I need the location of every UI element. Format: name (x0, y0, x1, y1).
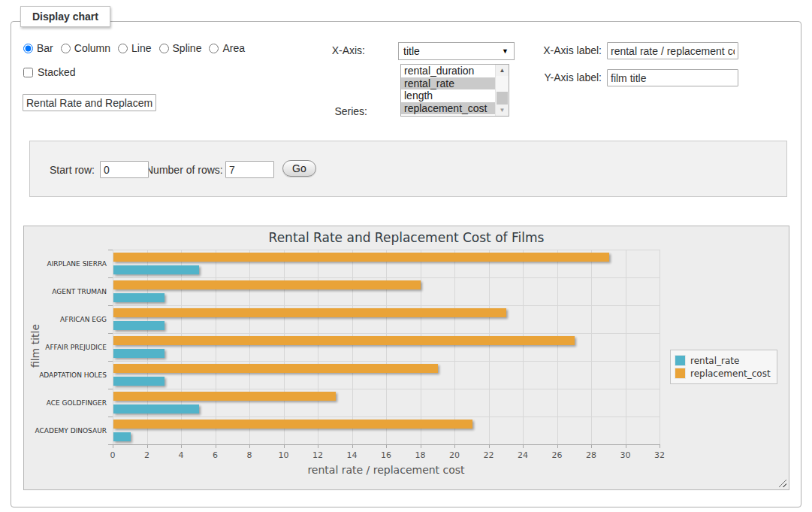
y-tick (108, 361, 113, 362)
num-rows-input[interactable] (225, 161, 274, 178)
start-row-label: Start row: (50, 164, 95, 176)
x-axis-line (113, 444, 660, 445)
grid-line-v (352, 250, 353, 444)
scroll-up-icon[interactable]: ▲ (496, 65, 509, 76)
radio-option-bar: Bar (23, 42, 53, 54)
series-option-rental_duration[interactable]: rental_duration (401, 65, 496, 77)
bar-replacement_cost (113, 364, 438, 373)
grid-line-h (113, 305, 660, 306)
grid-line-h (113, 361, 660, 362)
y-axis-label-input[interactable] (607, 69, 738, 86)
bar-replacement_cost (113, 253, 609, 262)
grid-line-v (284, 250, 285, 444)
grid-line-v (454, 250, 455, 444)
y-tick (108, 305, 113, 306)
series-listbox[interactable]: rental_durationrental_ratelengthreplacem… (400, 64, 509, 117)
category-label: AIRPLANE SIERRA (17, 260, 107, 268)
bar-rental_rate (113, 321, 165, 330)
start-row-input[interactable] (100, 161, 149, 178)
series-option-replacement_cost[interactable]: replacement_cost (401, 102, 496, 115)
chart-title-input[interactable] (23, 94, 156, 111)
chart-container: Rental Rate and Replacement Cost of Film… (23, 226, 789, 490)
num-rows-label: Number of rows: (146, 164, 223, 176)
grid-line-v (626, 250, 626, 444)
x-tick-label: 12 (305, 450, 331, 460)
bar-rental_rate (113, 404, 199, 414)
rows-panel: Start row: Number of rows: Go (29, 141, 787, 197)
x-tick-label: 24 (510, 450, 536, 460)
radio-option-column: Column (61, 42, 110, 54)
y-tick (108, 277, 113, 278)
series-option-rental_rate[interactable]: rental_rate (401, 77, 496, 90)
stacked-checkbox[interactable] (23, 68, 33, 77)
x-tick-label: 0 (100, 450, 125, 460)
grid-line-v (147, 250, 148, 444)
series-option-length[interactable]: length (401, 89, 496, 102)
chart-type-radio-area[interactable] (209, 44, 219, 53)
x-tick-label: 2 (134, 450, 160, 460)
x-axis-label-input[interactable] (607, 42, 738, 59)
page: Display chart BarColumnLineSplineArea St… (0, 0, 812, 512)
x-axis-select-label: X-Axis: (305, 44, 365, 56)
chart-type-radio-column[interactable] (61, 44, 71, 53)
radio-option-area: Area (209, 42, 245, 54)
scroll-down-icon[interactable]: ▼ (496, 105, 509, 116)
bar-replacement_cost (113, 392, 336, 401)
x-tick-label: 8 (237, 450, 262, 460)
x-tick-label: 32 (647, 450, 672, 460)
x-tick-label: 4 (168, 450, 194, 460)
x-tick-label: 6 (203, 450, 228, 460)
legend-label: replacement_cost (690, 368, 771, 379)
x-tick-label: 30 (613, 450, 638, 460)
bar-replacement_cost (113, 420, 472, 429)
series-options: rental_durationrental_ratelengthreplacem… (401, 65, 496, 114)
y-axis-label-label: Y-Axis label: (527, 71, 602, 83)
grid-line-v (216, 250, 216, 444)
chart-type-radio-label: Column (74, 42, 110, 54)
legend-item-rental_rate[interactable]: rental_rate (675, 355, 771, 366)
bar-rental_rate (113, 432, 131, 441)
bar-replacement_cost (113, 280, 421, 289)
grid-line-v (386, 250, 387, 444)
grid-line-v (113, 250, 113, 444)
x-tick-label: 22 (476, 450, 502, 460)
x-tick-label: 18 (408, 450, 433, 460)
grid-line-v (318, 250, 318, 444)
legend-label: rental_rate (690, 356, 739, 366)
chart-type-radio-spline[interactable] (159, 44, 169, 53)
y-tick (108, 250, 113, 250)
x-tick-label: 16 (373, 450, 399, 460)
y-tick (108, 389, 113, 389)
legend-swatch (675, 355, 686, 366)
grid-line-h (113, 389, 660, 389)
stacked-row: Stacked (23, 66, 76, 78)
bar-rental_rate (113, 349, 165, 358)
stacked-label: Stacked (38, 66, 76, 78)
x-tick-label: 26 (545, 450, 570, 460)
grid-line-v (523, 250, 524, 444)
bar-rental_rate (113, 265, 199, 274)
go-button[interactable]: Go (282, 160, 316, 177)
bar-replacement_cost (113, 308, 506, 317)
chart-type-radio-line[interactable] (118, 44, 128, 53)
x-axis-select[interactable]: title ▼ (398, 42, 515, 60)
chart-type-radio-bar[interactable] (23, 44, 33, 53)
x-tick-label: 28 (578, 450, 604, 460)
resize-handle-icon[interactable] (778, 479, 786, 487)
y-axis-title: film title (29, 271, 41, 421)
legend-item-replacement_cost[interactable]: replacement_cost (675, 368, 771, 379)
series-scrollbar[interactable]: ▲ ▼ (495, 65, 509, 116)
grid-line-v (181, 250, 182, 444)
grid-line-h (113, 333, 660, 334)
bar-replacement_cost (113, 336, 575, 345)
grid-line-h (113, 277, 660, 278)
grid-line-v (591, 250, 592, 444)
y-tick (108, 333, 113, 334)
grid-line-h (113, 250, 660, 250)
x-axis-title: rental rate / replacement cost (113, 464, 660, 476)
bar-rental_rate (113, 377, 165, 386)
radio-option-spline: Spline (159, 42, 202, 54)
chart-title: Rental Rate and Replacement Cost of Film… (24, 230, 789, 245)
grid-line-v (660, 250, 660, 444)
legend-swatch (675, 368, 686, 379)
